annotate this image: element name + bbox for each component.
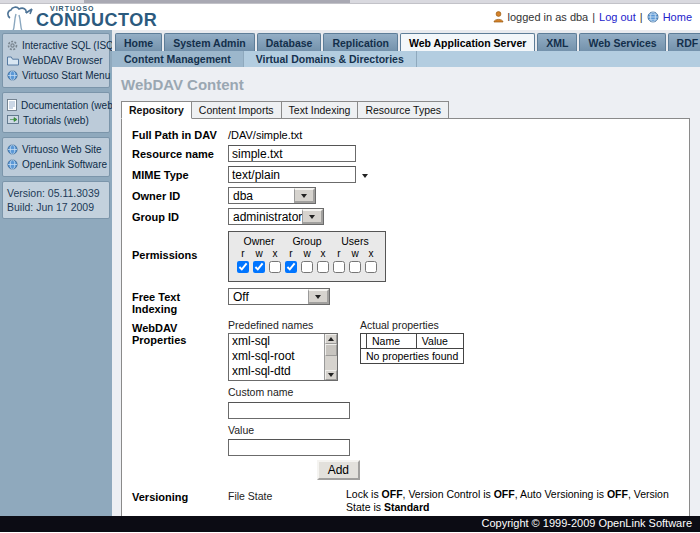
form-tab-content-imports[interactable]: Content Imports xyxy=(192,101,282,119)
tab-xml[interactable]: XML xyxy=(537,33,577,51)
form-tab-strip: Repository Content Imports Text Indexing… xyxy=(121,101,700,119)
globe-icon xyxy=(7,144,18,155)
full-path-value: /DAV/simple.txt xyxy=(228,126,302,141)
user-icon xyxy=(493,11,504,23)
select-arrow-icon xyxy=(302,209,323,224)
page-title: WebDAV Content xyxy=(121,76,700,93)
tab-rdf[interactable]: RDF xyxy=(668,33,700,51)
owner-id-label: Owner ID xyxy=(132,187,228,202)
tutorial-icon xyxy=(7,115,19,126)
home-globe-icon xyxy=(647,11,659,23)
form-tab-text-indexing[interactable]: Text Indexing xyxy=(282,101,359,119)
sidebar-item-openlink-software[interactable]: OpenLink Software xyxy=(5,157,107,172)
free-text-indexing-label: Free Text Indexing xyxy=(132,288,228,315)
globe-icon xyxy=(7,159,18,170)
login-status-bar: logged in as dba | Log out | Home xyxy=(493,11,693,23)
list-item[interactable]: xml-sql-root xyxy=(232,349,324,364)
copyright-text: Copyright © 1999-2009 OpenLink Software xyxy=(481,517,692,529)
group-id-select[interactable]: administrators xyxy=(228,208,324,225)
sidebar-item-interactive-sql[interactable]: Interactive SQL (ISQL) xyxy=(5,38,107,53)
predefined-names-listbox[interactable]: xml-sql xml-sql-root xml-sql-dtd xyxy=(228,333,338,381)
home-link[interactable]: Home xyxy=(663,11,692,23)
globe-icon xyxy=(7,70,18,81)
owner-id-select[interactable]: dba xyxy=(228,187,316,204)
form-tab-resource-types[interactable]: Resource Types xyxy=(358,101,449,119)
perm-owner-x[interactable] xyxy=(269,261,281,273)
sidebar-group-docs: Documentation (web) Tutorials (web) xyxy=(2,92,110,133)
perm-group-w[interactable] xyxy=(301,261,313,273)
perm-owner-r[interactable] xyxy=(237,261,249,273)
list-item[interactable]: xml-sql xyxy=(232,334,324,349)
permissions-label: Permissions xyxy=(132,231,228,261)
document-icon xyxy=(7,99,17,111)
file-state-value: Lock is OFF, Version Control is OFF, Aut… xyxy=(346,488,679,514)
subtab-virtual-domains[interactable]: Virtual Domains & Directories xyxy=(244,51,417,67)
actual-properties-caption: Actual properties xyxy=(360,319,464,331)
value-caption: Value xyxy=(228,424,464,436)
version-text: Version: 05.11.3039 xyxy=(7,186,105,200)
group-id-label: Group ID xyxy=(132,208,228,223)
scrollbar-thumb[interactable] xyxy=(325,344,337,356)
app-header: VIRTUOSO CONDUCTOR logged in as dba | Lo… xyxy=(0,4,700,30)
free-text-indexing-select[interactable]: Off xyxy=(228,288,330,305)
full-path-label: Full Path in DAV xyxy=(132,126,228,141)
permissions-table: Owner Group Users r w x r w x r w xyxy=(228,231,386,282)
logout-link[interactable]: Log out xyxy=(599,11,636,23)
select-arrow-icon xyxy=(308,289,329,304)
tab-home[interactable]: Home xyxy=(115,33,162,51)
webdav-properties-label: WebDAV Properties xyxy=(132,319,228,346)
folder-icon xyxy=(7,56,19,66)
sidebar-item-documentation[interactable]: Documentation (web) xyxy=(5,97,107,113)
tab-database[interactable]: Database xyxy=(257,33,322,51)
logo-conductor-text: CONDUCTOR xyxy=(36,10,157,30)
mime-type-input[interactable] xyxy=(228,166,356,183)
listbox-scrollbar[interactable] xyxy=(324,334,337,380)
value-input[interactable] xyxy=(228,439,350,456)
gear-icon xyxy=(7,40,18,51)
footer-bar: Copyright © 1999-2009 OpenLink Software xyxy=(0,516,700,532)
actual-properties-table: Name Value No properties found xyxy=(360,333,464,364)
sidebar: Interactive SQL (ISQL) WebDAV Browser Vi… xyxy=(0,30,112,516)
sidebar-item-webdav-browser[interactable]: WebDAV Browser xyxy=(5,53,107,68)
repository-panel: Full Path in DAV /DAV/simple.txt Resourc… xyxy=(121,118,690,516)
mime-type-label: MIME Type xyxy=(132,166,228,181)
perm-group-r[interactable] xyxy=(285,261,297,273)
sidebar-group-tools: Interactive SQL (ISQL) WebDAV Browser Vi… xyxy=(2,33,110,88)
scroll-up-icon[interactable] xyxy=(325,334,337,344)
file-state-label: File State xyxy=(228,488,346,514)
tab-replication[interactable]: Replication xyxy=(323,33,398,51)
custom-name-caption: Custom name xyxy=(228,386,464,398)
version-info-box: Version: 05.11.3039 Build: Jun 17 2009 xyxy=(2,181,110,219)
no-properties-row: No properties found xyxy=(361,349,464,364)
tab-system-admin[interactable]: System Admin xyxy=(164,33,255,51)
resource-name-input[interactable] xyxy=(228,145,356,162)
perm-users-x[interactable] xyxy=(365,261,377,273)
list-item[interactable]: xml-sql-dtd xyxy=(232,364,324,379)
sidebar-item-virtuoso-start-menu[interactable]: Virtuoso Start Menu xyxy=(5,68,107,83)
perm-owner-w[interactable] xyxy=(253,261,265,273)
custom-name-input[interactable] xyxy=(228,402,350,419)
tab-web-services[interactable]: Web Services xyxy=(579,33,665,51)
sub-tab-bar: Content Management Virtual Domains & Dir… xyxy=(112,51,700,67)
sidebar-item-tutorials[interactable]: Tutorials (web) xyxy=(5,113,107,128)
subtab-content-management[interactable]: Content Management xyxy=(112,51,244,67)
logged-in-text: logged in as dba xyxy=(508,11,589,23)
main-tab-bar: Home System Admin Database Replication W… xyxy=(112,30,700,51)
perm-users-r[interactable] xyxy=(333,261,345,273)
sidebar-group-links: Virtuoso Web Site OpenLink Software xyxy=(2,137,110,177)
mime-dropdown-icon[interactable] xyxy=(362,174,368,178)
sidebar-item-virtuoso-web-site[interactable]: Virtuoso Web Site xyxy=(5,142,107,157)
perm-group-x[interactable] xyxy=(317,261,329,273)
versioning-label: Versioning xyxy=(132,488,228,503)
predefined-names-caption: Predefined names xyxy=(228,319,338,331)
build-text: Build: Jun 17 2009 xyxy=(7,200,105,214)
conductor-figure-icon xyxy=(6,6,40,32)
tab-web-application-server[interactable]: Web Application Server xyxy=(400,33,535,51)
select-arrow-icon xyxy=(294,188,315,203)
perm-users-w[interactable] xyxy=(349,261,361,273)
add-button[interactable]: Add xyxy=(317,460,360,480)
resource-name-label: Resource name xyxy=(132,145,228,160)
form-tab-repository[interactable]: Repository xyxy=(121,101,192,119)
virtuoso-logo: VIRTUOSO CONDUCTOR xyxy=(6,5,157,32)
scroll-down-icon[interactable] xyxy=(325,370,337,380)
